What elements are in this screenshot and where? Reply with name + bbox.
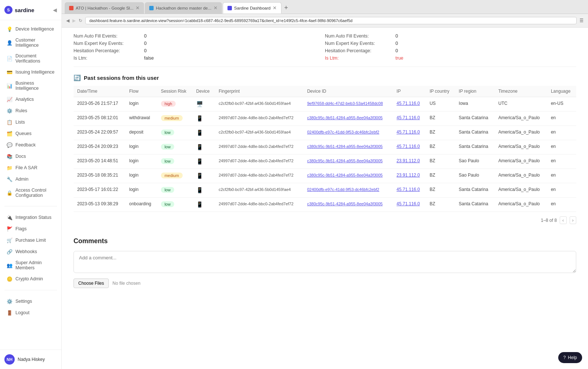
sidebar-item-business-intelligence[interactable]: 📊 Business Intelligence bbox=[2, 78, 59, 93]
device-id-link[interactable]: 9ef97658-dd4c-47d2-beb3-53a41458dc08 bbox=[307, 101, 383, 106]
sidebar-item-queues[interactable]: 🗂️ Queues bbox=[2, 128, 59, 139]
device-id-link[interactable]: c380c95c-9b51-4284-a955-8ee04a3f3005 bbox=[307, 116, 383, 120]
browser-tab-1[interactable]: ATO | Hackathon - Google Sl... ✕ bbox=[65, 2, 144, 14]
cell-risk: low bbox=[157, 155, 193, 169]
super-admin-icon: 👥 bbox=[7, 262, 12, 268]
tab-close-2[interactable]: ✕ bbox=[214, 5, 218, 11]
cell-device: 📱 bbox=[193, 198, 215, 212]
cell-risk: medium bbox=[157, 169, 193, 183]
device-id-link[interactable]: c380c95c-9b51-4284-a955-8ee04a3f3005 bbox=[307, 173, 383, 177]
sidebar-item-issuing-intelligence[interactable]: 💳 Issuing Intelligence bbox=[2, 67, 59, 78]
flags-icon: 🚩 bbox=[7, 226, 12, 232]
col-ip: IP bbox=[393, 86, 426, 97]
cell-fingerprint: 24997d07-2dde-4d8e-bbc0-2ab4fed7ef72 bbox=[215, 155, 304, 169]
new-tab-button[interactable]: + bbox=[282, 2, 290, 14]
device-icon: 📱 bbox=[196, 144, 203, 150]
cell-datetime: 2023-05-17 16:01:22 bbox=[74, 183, 125, 198]
device-id-link[interactable]: c380c95c-9b51-4284-a955-8ee04a3f3005 bbox=[307, 144, 383, 149]
cell-risk: low bbox=[157, 126, 193, 140]
ip-link[interactable]: 45.71.116.0 bbox=[397, 201, 420, 206]
collapse-sidebar-button[interactable]: ◀ bbox=[53, 7, 57, 13]
sidebar-item-settings[interactable]: ⚙️ Settings bbox=[2, 296, 59, 307]
cell-timezone: America/Sa_o_Paulo bbox=[495, 198, 547, 212]
nav-back-button[interactable]: ◀ bbox=[66, 18, 69, 23]
cell-language: en bbox=[547, 183, 576, 198]
help-button[interactable]: ? Help bbox=[558, 352, 582, 363]
info-row-hesitation-right: Hesitation Percentage: 0 bbox=[325, 48, 576, 53]
sidebar-item-admin[interactable]: 🔧 Admin bbox=[2, 174, 59, 185]
info-label-ltm-right: Is Ltm: bbox=[325, 56, 391, 61]
ip-link[interactable]: 45.71.116.0 bbox=[397, 129, 420, 135]
device-id-link[interactable]: 02400dfb-e97c-41dd-9f53-dc46bfc2ebf2 bbox=[307, 130, 379, 134]
sidebar-item-crypto-admin[interactable]: 🪙 Crypto Admin bbox=[2, 273, 59, 284]
device-icon: 📱 bbox=[196, 129, 203, 136]
cell-timezone: America/Sa_o_Paulo bbox=[495, 140, 547, 155]
rules-icon: ⚙️ bbox=[7, 108, 12, 114]
analytics-icon: 📈 bbox=[7, 96, 12, 102]
device-id-link[interactable]: c380c95c-9b51-4284-a955-8ee04a3f3005 bbox=[307, 202, 383, 206]
cell-risk: low bbox=[157, 140, 193, 155]
sidebar-item-analytics[interactable]: 📈 Analytics bbox=[2, 94, 59, 105]
customer-intelligence-icon: 👤 bbox=[7, 40, 12, 46]
device-id-link[interactable]: c380c95c-9b51-4284-a955-8ee04a3f3005 bbox=[307, 159, 383, 163]
tab-close-1[interactable]: ✕ bbox=[136, 5, 140, 11]
cell-ip-region: Sao Paulo bbox=[455, 155, 495, 169]
browser-tab-2[interactable]: Hackathon demo master de... ✕ bbox=[145, 2, 222, 14]
fingerprint-value: 24997d07-2dde-4d8e-bbc0-2ab4fed7ef72 bbox=[219, 144, 294, 149]
ip-link[interactable]: 23.91.112.0 bbox=[397, 173, 420, 178]
info-value-autofill-right: 0 bbox=[395, 33, 398, 39]
sidebar-item-access-control[interactable]: 🔒 Access Control Configuration bbox=[2, 185, 59, 201]
sidebar-item-file-a-sar[interactable]: 📁 File A SAR bbox=[2, 162, 59, 173]
col-flow: Flow bbox=[125, 86, 157, 97]
pagination-prev-button[interactable]: ‹ bbox=[560, 216, 566, 224]
user-name: Nadya Hiskey bbox=[18, 357, 45, 362]
device-id-link[interactable]: 02400dfb-e97c-41dd-9f53-dc46bfc2ebf2 bbox=[307, 187, 379, 192]
sidebar-item-customer-intelligence[interactable]: 👤 Customer Intelligence bbox=[2, 35, 59, 50]
cell-device-id: c380c95c-9b51-4284-a955-8ee04a3f3005 bbox=[304, 198, 393, 212]
sidebar-item-flags[interactable]: 🚩 Flags bbox=[2, 223, 59, 234]
sidebar-item-purchase-limit[interactable]: 🛒 Purchase Limit bbox=[2, 235, 59, 246]
cell-device-id: c380c95c-9b51-4284-a955-8ee04a3f3005 bbox=[304, 140, 393, 155]
sidebar-item-docs[interactable]: 📚 Docs bbox=[2, 151, 59, 162]
comment-input[interactable] bbox=[74, 251, 576, 273]
cell-device: 📱 bbox=[193, 126, 215, 140]
sidebar-item-document-verifications[interactable]: 📄 Document Verifications bbox=[2, 51, 59, 66]
sidebar-item-rules[interactable]: ⚙️ Rules bbox=[2, 105, 59, 116]
sidebar-item-feedback[interactable]: 💬 Feedback bbox=[2, 139, 59, 150]
sessions-header: 🔄 Past sessions from this user bbox=[74, 67, 576, 86]
tab-close-3[interactable]: ✕ bbox=[273, 5, 277, 11]
nav-forward-button[interactable]: ▶ bbox=[72, 18, 76, 23]
sidebar-item-lists[interactable]: 📋 Lists bbox=[2, 117, 59, 128]
ip-link[interactable]: 45.71.116.0 bbox=[397, 101, 420, 106]
sidebar-item-label: Issuing Intelligence bbox=[15, 70, 54, 75]
webhooks-icon: 🔗 bbox=[7, 249, 12, 255]
sidebar-item-device-intelligence[interactable]: 💡 Device Intelligence bbox=[2, 24, 59, 35]
browser-menu-icon[interactable]: ☰ bbox=[580, 18, 584, 23]
cell-risk: low bbox=[157, 183, 193, 198]
info-value-ltm-right: true bbox=[395, 56, 404, 61]
cell-ip: 45.71.116.0 bbox=[393, 126, 426, 140]
ip-link[interactable]: 23.91.112.0 bbox=[397, 158, 420, 163]
browser-tab-bar: ATO | Hackathon - Google Sl... ✕ Hackath… bbox=[62, 0, 588, 14]
browser-tab-3[interactable]: Sardine Dashboard ✕ bbox=[223, 2, 282, 14]
sidebar-item-webhooks[interactable]: 🔗 Webhooks bbox=[2, 246, 59, 257]
url-bar[interactable]: dashboard.feature-b.sardine.ai/device-vi… bbox=[85, 17, 577, 24]
sidebar-item-super-admin[interactable]: 👥 Super Admin Members bbox=[2, 258, 59, 273]
cell-datetime: 2023-05-18 08:35:21 bbox=[74, 169, 125, 183]
file-a-sar-icon: 📁 bbox=[7, 165, 12, 171]
nav-refresh-button[interactable]: ↻ bbox=[79, 18, 82, 23]
ip-link[interactable]: 45.71.116.0 bbox=[397, 187, 420, 192]
sidebar-item-integration-status[interactable]: 🔌 Integration Status bbox=[2, 212, 59, 223]
ip-link[interactable]: 45.71.116.0 bbox=[397, 144, 420, 149]
ip-link[interactable]: 45.71.116.0 bbox=[397, 115, 420, 120]
choose-files-button[interactable]: Choose Files bbox=[74, 278, 109, 288]
fingerprint-value: 24997d07-2dde-4d8e-bbc0-2ab4fed7ef72 bbox=[219, 173, 294, 177]
pagination-next-button[interactable]: › bbox=[570, 216, 576, 224]
sidebar-item-label: Super Admin Members bbox=[15, 260, 55, 270]
info-row-ltm-left: Is Ltm: false bbox=[74, 56, 325, 61]
sidebar-item-logout[interactable]: 🚪 Logout bbox=[2, 307, 59, 318]
cell-language: en bbox=[547, 198, 576, 212]
cell-device: 🖥️ bbox=[193, 97, 215, 111]
fingerprint-value: c2cf2fb0-bc97-42bf-a436-5b0d1459!ae4 bbox=[219, 187, 291, 192]
sidebar-item-label: Crypto Admin bbox=[15, 276, 43, 281]
